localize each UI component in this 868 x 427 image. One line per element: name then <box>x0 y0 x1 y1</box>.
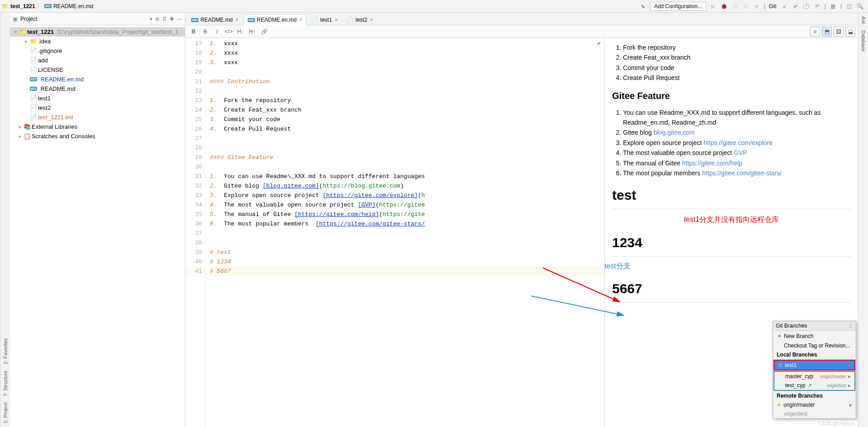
code-editor[interactable]: ✔ 17181920212223242526272829303132333435… <box>185 38 605 427</box>
tree-item-idea[interactable]: ▸📁.idea <box>10 37 185 46</box>
search-icon[interactable]: 🔍 <box>856 3 863 10</box>
list-item: Create Feat_xxx branch <box>623 52 851 62</box>
tool-tab-project[interactable]: 1: Project <box>3 403 8 423</box>
link-button[interactable]: 🔗 <box>259 27 269 37</box>
tree-root[interactable]: ▾📁 test_1221 D:\cyp\WorkSpace\idea_Proje… <box>10 27 185 37</box>
star-outline-icon: ☆ <box>778 362 783 368</box>
editor-tab[interactable]: MDREADME.en.md× <box>244 14 307 25</box>
tree-item-license[interactable]: 📄LICENSE <box>10 65 185 75</box>
project-structure-icon[interactable]: ▦ <box>830 3 837 10</box>
git-history-icon[interactable]: 🕑 <box>803 3 810 10</box>
bold-button[interactable]: B <box>188 27 199 37</box>
editor-tab[interactable]: 📄test2× <box>343 14 377 25</box>
list-item: Explore open source project https://gite… <box>623 138 851 148</box>
git-commit-icon[interactable]: ✔ <box>792 3 799 10</box>
chevron-right-icon: 〉 <box>37 2 42 10</box>
coverage-icon[interactable]: ↻ <box>731 3 739 10</box>
preview-list-feature: You can use Readme_XXX.md to support dif… <box>612 108 851 178</box>
strike-button[interactable]: S <box>200 27 211 37</box>
folder-icon: 📁 <box>2 3 9 9</box>
editor-tab[interactable]: 📄test1× <box>307 14 342 25</box>
italic-button[interactable]: I <box>212 27 222 37</box>
preview-list-contribution: Fork the repositoryCreate Feat_xxx branc… <box>612 42 851 83</box>
local-branches-header: Local Branches <box>773 350 856 359</box>
locate-icon[interactable]: ⊕ <box>155 16 160 22</box>
line-gutter: 1718192021222324252627282930313233343536… <box>185 38 205 427</box>
list-item: The most popular members https://gitee.c… <box>623 168 851 178</box>
breadcrumb-bar: 📁 test_1221 〉 MD README.en.md ⬊ Add Conf… <box>0 0 868 13</box>
tree-item-gitignore[interactable]: 📄.gitignore <box>10 46 185 56</box>
tree-item-readme[interactable]: MD README.md <box>10 84 185 94</box>
remote-origin-master[interactable]: ★origin/master▸ <box>773 400 856 409</box>
branch-test1[interactable]: ☆test1▸ <box>774 360 855 371</box>
close-icon[interactable]: × <box>335 17 338 23</box>
project-header: ▣ Project ▾ ⊕ ⇵ ✱ — <box>10 13 185 25</box>
warning-icon: ⚠ <box>848 323 853 329</box>
tree-item-add[interactable]: 📄add <box>10 56 185 65</box>
tool-tab-favorites[interactable]: 2: Favorites <box>3 338 8 364</box>
preview-h1-test: test <box>612 184 851 209</box>
file-icon: 📄 <box>311 17 318 23</box>
editor-tab[interactable]: MDREADME.md× <box>187 14 243 25</box>
tree-item-iml[interactable]: 📄test_1221.iml <box>10 113 185 122</box>
branch-master-cyp[interactable]: master_cyporigin/master▸ <box>774 372 854 381</box>
tree-item-readme-en[interactable]: MD README.en.md <box>10 75 185 84</box>
close-icon[interactable]: × <box>236 17 239 23</box>
list-item: Gitee blog blog.gitee.com <box>623 127 851 137</box>
plus-icon: ＋ <box>777 332 782 340</box>
h-up-button[interactable]: H↑ <box>247 27 258 37</box>
tree-scratches[interactable]: ▸📋Scratches and Consoles <box>10 131 185 141</box>
debug-icon[interactable]: 🐞 <box>721 3 728 10</box>
stop-icon[interactable]: ■ <box>753 3 760 10</box>
remote-origin-test[interactable]: origin/test <box>773 409 856 418</box>
tool-tab-structure[interactable]: 7: Structure <box>3 371 8 396</box>
tool-tab-database[interactable]: Database <box>861 30 866 52</box>
list-item: The manual of Gitee https://gitee.com/he… <box>623 158 851 168</box>
run-icon[interactable]: ▶ <box>710 3 717 10</box>
git-pull-icon[interactable]: ↙ <box>781 3 788 10</box>
list-item: Create Pull Request <box>623 73 851 83</box>
split-view[interactable]: ⬒ <box>822 27 832 37</box>
editor-only-view[interactable]: ≡ <box>810 27 820 37</box>
breadcrumb: 📁 test_1221 〉 MD README.en.md <box>2 2 639 10</box>
branch-test-cyp[interactable]: test_cyp↗origin/test▸ <box>774 381 854 390</box>
checkout-tag-item[interactable]: Checkout Tag or Revision... <box>773 341 856 350</box>
project-panel: ▣ Project ▾ ⊕ ⇵ ✱ — ▾📁 test_1221 D:\cyp\… <box>10 13 185 427</box>
right-tool-strip: Ant Database <box>858 13 868 427</box>
markdown-icon: MD <box>248 18 255 22</box>
code-button[interactable]: </> <box>223 27 234 37</box>
settings-view[interactable]: ⬓ <box>845 27 855 37</box>
code-content[interactable]: 1. xxxx2. xxxx3. xxxx #### Contribution … <box>205 38 604 427</box>
list-item: The most valuable open source project GV… <box>623 148 851 158</box>
annotation-blue: 另外两个分支可以看到分别指向了远程的master和test分支 <box>605 260 851 272</box>
tree-item-test1[interactable]: 📄test1 <box>10 94 185 103</box>
star-icon: ★ <box>777 402 782 408</box>
markdown-icon: MD <box>191 18 198 22</box>
editor-tabs: MDREADME.md×MDREADME.en.md×📄test1×📄test2… <box>185 13 858 25</box>
close-icon[interactable]: × <box>370 17 373 23</box>
breadcrumb-project[interactable]: test_1221 <box>10 3 35 9</box>
collapse-icon[interactable]: ⇵ <box>162 16 167 22</box>
hide-windows-icon[interactable]: ◫ <box>845 3 853 10</box>
run-config-selector[interactable]: Add Configuration... <box>650 2 706 11</box>
hide-icon[interactable]: — <box>177 16 182 22</box>
h-down-button[interactable]: H↓ <box>235 27 246 37</box>
build-icon[interactable]: ⬊ <box>639 3 646 10</box>
breadcrumb-file[interactable]: README.en.md <box>53 3 93 9</box>
tool-tab-ant[interactable]: Ant <box>861 16 866 24</box>
profile-icon[interactable]: ⏣ <box>742 3 750 10</box>
remote-branches-header: Remote Branches <box>773 391 856 400</box>
project-tree: ▾📁 test_1221 D:\cyp\WorkSpace\idea_Proje… <box>10 25 185 427</box>
settings-icon[interactable]: ✱ <box>170 16 174 22</box>
close-icon[interactable]: × <box>299 17 302 23</box>
watermark: CSDN @bmyyyyy <box>818 421 854 426</box>
tree-ext-lib[interactable]: ▸📚External Libraries <box>10 122 185 131</box>
project-title[interactable]: Project <box>20 16 147 22</box>
git-revert-icon[interactable]: ↶ <box>814 3 821 10</box>
file-icon: 📄 <box>347 17 354 23</box>
preview-only-view[interactable]: 🖼 <box>834 27 844 37</box>
list-item: Commit your code <box>623 63 851 73</box>
popup-title: Git Branches ⚠ <box>773 321 856 331</box>
tree-item-test2[interactable]: 📄test2 <box>10 103 185 113</box>
new-branch-item[interactable]: ＋New Branch <box>773 331 856 341</box>
